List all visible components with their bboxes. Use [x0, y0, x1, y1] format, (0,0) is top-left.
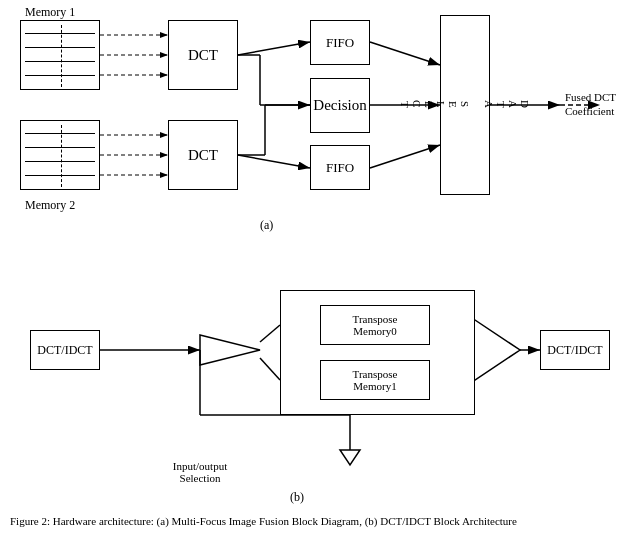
transpose-mem1-label: Transpose Memory1	[353, 368, 398, 392]
svg-marker-32	[340, 450, 360, 465]
fifo1-label: FIFO	[326, 35, 354, 51]
fifo1-block: FIFO	[310, 20, 370, 65]
svg-line-25	[260, 358, 280, 380]
decision-block: Decision	[310, 78, 370, 133]
memory2-block	[20, 120, 100, 190]
transpose-mem0-label: Transpose Memory0	[353, 313, 398, 337]
svg-line-16	[370, 42, 440, 65]
fused-label: Fused DCTCoefficient	[565, 90, 616, 119]
svg-line-8	[238, 42, 310, 55]
dct2-label: DCT	[188, 147, 218, 164]
memory1-label: Memory 1	[25, 5, 75, 20]
figure-caption: Figure 2: Hardware architecture: (a) Mul…	[10, 514, 630, 529]
figure-caption-text: Figure 2: Hardware architecture: (a) Mul…	[10, 515, 517, 527]
dct1-block: DCT	[168, 20, 238, 90]
decision-label: Decision	[313, 97, 366, 114]
input-output-label: Input/output Selection	[155, 460, 245, 484]
data-select-block: DATASELECT	[440, 15, 490, 195]
fifo2-label: FIFO	[326, 160, 354, 176]
dct-idct-right-block: DCT/IDCT	[540, 330, 610, 370]
memory2-label: Memory 2	[25, 198, 75, 213]
dct-idct-left-label: DCT/IDCT	[37, 343, 92, 358]
svg-line-18	[370, 145, 440, 168]
svg-marker-22	[200, 335, 260, 365]
fifo2-block: FIFO	[310, 145, 370, 190]
transpose-mem1-block: Transpose Memory1	[320, 360, 430, 400]
svg-line-23	[260, 325, 280, 342]
dct-idct-left-block: DCT/IDCT	[30, 330, 100, 370]
svg-line-12	[238, 155, 310, 168]
dct2-block: DCT	[168, 120, 238, 190]
data-select-label: DATASELECT	[399, 100, 531, 110]
dct1-label: DCT	[188, 47, 218, 64]
memory1-block	[20, 20, 100, 90]
dct-idct-right-label: DCT/IDCT	[547, 343, 602, 358]
input-output-text: Input/output Selection	[173, 460, 227, 484]
transpose-mem0-block: Transpose Memory0	[320, 305, 430, 345]
caption-b: (b)	[290, 490, 304, 505]
diagram-container: Memory 1 Memory 2 DCT DCT FIFO Decision …	[0, 0, 640, 534]
caption-a: (a)	[260, 218, 273, 233]
